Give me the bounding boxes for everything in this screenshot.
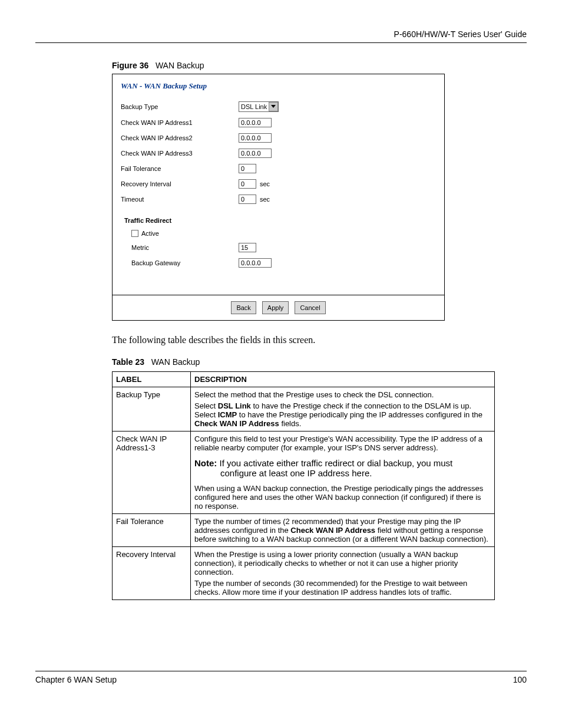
figure-label: Figure 36 (112, 61, 148, 70)
figure-title: WAN Backup (156, 61, 204, 70)
recovery-input[interactable]: 0 (239, 179, 256, 189)
cell-desc: Select the method that the Prestige uses… (191, 387, 495, 431)
table-row: Check WAN IP Address1-3 Configure this f… (113, 431, 495, 514)
body-text: The following table describes the fields… (112, 335, 527, 345)
timeout-label: Timeout (121, 196, 239, 203)
table-label: Table 23 (112, 357, 144, 367)
cell-label: Backup Type (113, 387, 191, 431)
desc-line: When using a WAN backup connection, the … (194, 484, 491, 510)
cancel-button[interactable]: Cancel (295, 301, 325, 314)
recovery-label: Recovery Interval (121, 180, 239, 187)
screenshot-title: WAN - WAN Backup Setup (121, 81, 436, 91)
backup-type-select[interactable]: DSL Link (239, 101, 279, 112)
desc-line: Select DSL Link to have the Prestige che… (194, 401, 491, 428)
gateway-label: Backup Gateway (121, 259, 239, 266)
footer-page: 100 (513, 675, 527, 684)
recovery-unit: sec (260, 180, 270, 187)
desc-line: When the Prestige is using a lower prior… (194, 550, 491, 577)
svg-marker-0 (271, 105, 276, 108)
ip1-input[interactable]: 0.0.0.0 (239, 118, 272, 127)
back-button[interactable]: Back (231, 301, 256, 314)
fail-label: Fail Tolerance (121, 165, 239, 172)
footer-rule (35, 671, 527, 671)
cell-label: Recovery Interval (113, 547, 191, 600)
backup-type-value: DSL Link (239, 103, 269, 110)
apply-button[interactable]: Apply (262, 301, 289, 314)
backup-type-label: Backup Type (121, 103, 239, 110)
table-row: Backup Type Select the method that the P… (113, 387, 495, 431)
table-row: Fail Tolerance Type the number of times … (113, 514, 495, 547)
th-desc: DESCRIPTION (191, 372, 495, 387)
timeout-input[interactable]: 0 (239, 195, 256, 204)
screenshot-footer: Back Apply Cancel (113, 295, 444, 320)
note: Note: If you activate either traffic red… (194, 458, 491, 478)
ip2-label: Check WAN IP Address2 (121, 134, 239, 141)
desc-line: Select the method that the Prestige uses… (194, 390, 491, 399)
cell-label: Fail Tolerance (113, 514, 191, 547)
ip1-label: Check WAN IP Address1 (121, 119, 239, 126)
table-row: Recovery Interval When the Prestige is u… (113, 547, 495, 600)
ip3-input[interactable]: 0.0.0.0 (239, 149, 272, 158)
footer-chapter: Chapter 6 WAN Setup (35, 675, 117, 684)
cell-desc: When the Prestige is using a lower prior… (191, 547, 495, 600)
ip3-label: Check WAN IP Address3 (121, 150, 239, 157)
table-title: WAN Backup (151, 357, 200, 367)
cell-desc: Configure this field to test your Presti… (191, 431, 495, 514)
page-footer: Chapter 6 WAN Setup 100 (35, 671, 527, 684)
gateway-input[interactable]: 0.0.0.0 (239, 258, 272, 268)
screenshot: WAN - WAN Backup Setup Backup Type DSL L… (112, 74, 445, 321)
dropdown-arrow-icon (269, 102, 278, 111)
desc-line: Configure this field to test your Presti… (194, 434, 491, 452)
traffic-redirect-heading: Traffic Redirect (124, 217, 436, 224)
timeout-unit: sec (260, 196, 270, 203)
active-checkbox[interactable] (131, 230, 138, 237)
description-table: LABEL DESCRIPTION Backup Type Select the… (112, 371, 495, 600)
desc-line: Type the number of seconds (30 recommend… (194, 579, 491, 597)
active-label: Active (141, 230, 159, 237)
header-guide: P-660H/HW/W-T Series User' Guide (35, 29, 527, 39)
cell-label: Check WAN IP Address1-3 (113, 431, 191, 514)
cell-desc: Type the number of times (2 recommended)… (191, 514, 495, 547)
header-rule (35, 42, 527, 43)
metric-label: Metric (121, 244, 239, 251)
metric-input[interactable]: 15 (239, 243, 256, 252)
ip2-input[interactable]: 0.0.0.0 (239, 133, 272, 143)
th-label: LABEL (113, 372, 191, 387)
figure-caption: Figure 36 WAN Backup (112, 61, 527, 70)
table-caption: Table 23 WAN Backup (112, 357, 527, 367)
fail-input[interactable]: 0 (239, 164, 256, 173)
